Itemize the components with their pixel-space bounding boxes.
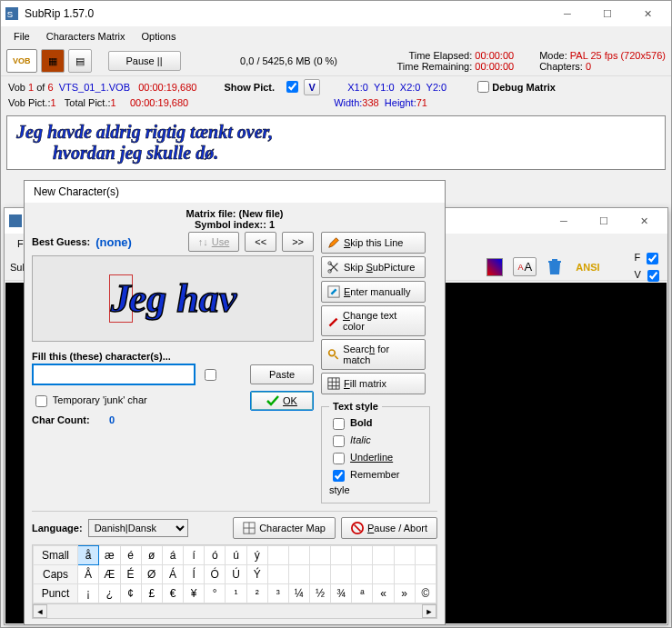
char-cell[interactable]: © [415,584,436,603]
character-map-button[interactable]: Character Map [233,517,336,539]
skip-subpicture-button[interactable]: Skip SubPicture [321,256,426,278]
secondary-maximize-button[interactable]: ☐ [584,208,624,234]
enter-manually-button[interactable]: Enter manually [321,281,426,303]
text-style-legend: Text style [329,401,382,412]
char-cell[interactable]: ó [205,546,226,565]
char-cell[interactable]: Å [77,565,98,584]
underline-checkbox[interactable] [333,453,345,464]
skip-line-button[interactable]: Skip this Line [321,232,426,254]
char-cell[interactable]: å [77,546,98,565]
fill-characters-input[interactable] [32,364,196,385]
next-button[interactable]: >> [282,232,314,252]
svg-rect-4 [552,259,557,261]
film-icon-button[interactable]: ▦ [41,49,65,73]
use-button[interactable]: ↑↓ Use [188,232,240,252]
char-cell[interactable]: » [394,584,415,603]
char-cell[interactable]: Á [162,565,183,584]
coord-height-label: Height: [385,97,416,108]
paste-button[interactable]: Paste [250,364,314,384]
color-icon [327,314,339,327]
char-cell[interactable]: ° [205,584,226,603]
char-cell[interactable]: ¢ [120,584,141,603]
char-cell[interactable]: Í [184,565,205,584]
char-cell[interactable]: ¾ [331,584,352,603]
v-checkbox[interactable] [647,270,659,282]
f-label: F [635,252,641,263]
char-cell[interactable]: ³ [267,584,288,603]
view-button[interactable]: V [304,79,320,95]
char-cell[interactable]: é [120,546,141,565]
char-cell[interactable]: æ [99,546,120,565]
remember-style-checkbox[interactable] [333,470,345,482]
remember-style-option[interactable]: Remember style [329,469,399,495]
menu-file[interactable]: File [6,28,37,45]
grid-icon-button[interactable]: ▤ [68,49,92,73]
character-grid: Small å æ é ø á í ó ú ý Caps Å Æ É [32,544,437,619]
secondary-minimize-button[interactable]: ─ [544,208,584,234]
subtitle-line-1: Jeg havde aldrig rigtig tænkt over, [16,122,656,143]
f-checkbox[interactable] [647,253,658,264]
vob-label: Vob [8,82,25,93]
char-cell[interactable]: Ó [205,565,226,584]
mode-value: PAL 25 fps (720x576) [570,50,666,61]
bold-option[interactable]: Bold [329,417,373,428]
fill-matrix-button[interactable]: Fill matrix [321,373,426,394]
matrix-file-label: Matrix file: (New file) [186,208,284,219]
font-size-button[interactable]: AA [513,257,537,276]
char-cell[interactable]: « [373,584,394,603]
char-cell[interactable]: ½ [309,584,330,603]
close-button[interactable]: ✕ [627,1,667,26]
char-cell[interactable]: á [162,546,183,565]
char-cell[interactable]: ø [141,546,162,565]
char-cell[interactable]: Ø [141,565,162,584]
language-select[interactable]: Danish|Dansk [88,519,188,537]
fill-extra-checkbox[interactable] [205,369,216,381]
menu-options[interactable]: Options [135,28,184,45]
bold-checkbox[interactable] [333,418,345,430]
char-row-punct: Punct ¡ ¿ ¢ £ € ¥ ° ¹ ² ³ ¼ ½ ¾ ª « » [34,584,436,603]
char-cell[interactable]: € [162,584,183,603]
char-cell[interactable]: ² [246,584,267,603]
pause-abort-button[interactable]: Pause / Abort [341,517,437,539]
minimize-button[interactable]: ─ [547,1,587,26]
temp-junk-label[interactable]: Temporary 'junk' char [32,393,147,410]
pause-button[interactable]: Pause || [108,51,181,71]
show-pict-checkbox[interactable] [286,81,298,93]
search-icon [327,348,339,361]
main-menubar: File Characters Matrix Options [1,26,671,46]
prev-button[interactable]: << [245,232,276,252]
scroll-right-button[interactable]: ► [422,604,436,618]
char-cell[interactable]: Æ [99,565,120,584]
char-cell[interactable]: ¹ [226,584,246,603]
vob-icon-button[interactable]: VOB [6,49,37,73]
char-cell[interactable]: í [184,546,205,565]
trash-icon[interactable] [547,258,563,276]
char-cell[interactable]: Ý [246,565,267,584]
char-cell[interactable]: ¼ [288,584,309,603]
time-elapsed-value: 00:00:00 [475,50,514,61]
secondary-close-button[interactable]: ✕ [624,208,664,234]
char-cell[interactable]: Ú [226,565,246,584]
char-cell[interactable]: ú [226,546,246,565]
char-cell[interactable]: ¥ [184,584,205,603]
search-for-match-button[interactable]: Search for match [321,339,426,370]
scroll-left-button[interactable]: ◄ [33,604,47,618]
char-cell[interactable]: £ [141,584,162,603]
maximize-button[interactable]: ☐ [587,1,627,26]
italic-checkbox[interactable] [333,435,345,447]
menu-characters-matrix[interactable]: Characters Matrix [39,28,133,45]
italic-option[interactable]: Italic [329,434,371,445]
debug-matrix-checkbox[interactable] [477,81,489,93]
underline-option[interactable]: Underline [329,452,393,463]
char-cell[interactable]: ¡ [77,584,98,603]
char-cell[interactable]: ý [246,546,267,565]
page-icon[interactable] [486,258,503,276]
coord-width-val: 338 [362,97,378,108]
vob-pict-row: Vob Pict.: 1 Total Pict.: 1 00:00:19,680… [1,97,671,110]
char-cell[interactable]: ¿ [99,584,120,603]
char-cell[interactable]: É [120,565,141,584]
temp-junk-checkbox[interactable] [35,395,47,407]
change-text-color-button[interactable]: Change text color [321,305,426,336]
ok-button[interactable]: OK [250,391,314,411]
char-cell[interactable]: ª [352,584,373,603]
